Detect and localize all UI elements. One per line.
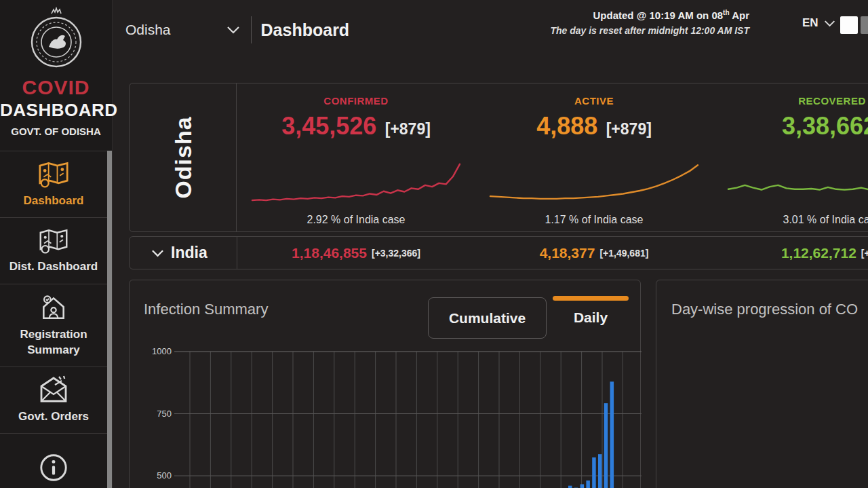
topbar: Odisha Dashboard <box>125 16 349 43</box>
registration-icon <box>38 293 69 323</box>
daywise-panel-title: Day-wise progression of CO <box>671 301 858 318</box>
sidebar-item-registration-summary[interactable]: Registration Summary <box>0 284 107 367</box>
region-cell: Odisha <box>130 83 237 231</box>
chevron-down-icon <box>226 26 240 34</box>
brand-block: COVID DASHBOARD GOVT. OF ODISHA <box>0 0 112 151</box>
sidebar-item-label: Dist. Dashboard <box>5 259 102 275</box>
india-value: 4,18,377 <box>540 245 595 261</box>
sidebar-item-label: Govt. Orders <box>14 409 93 425</box>
india-delta: [+3,32,366] <box>372 248 420 259</box>
chevron-down-icon <box>151 249 164 257</box>
india-active-cell: 4,18,377 [+1,49,681] <box>475 237 713 269</box>
sidebar-item-label: Registration Summary <box>0 327 107 358</box>
reset-note: The day is reset after midnight 12:00 AM… <box>370 25 749 36</box>
stat-label: RECOVERED <box>713 95 868 107</box>
brand-subtitle: GOVT. OF ODISHA <box>0 126 112 137</box>
chevron-down-icon <box>824 20 835 27</box>
svg-text:500: 500 <box>157 470 172 481</box>
stat-share-of-india: 2.92 % of India case <box>237 214 475 226</box>
sidebar-item-dashboard[interactable]: Dashboard <box>0 151 107 218</box>
stat-share-of-india: 3.01 % of India case <box>713 214 868 226</box>
india-delta: [+1,49,681] <box>599 248 648 259</box>
stat-number-row: 3,38,662 <box>713 112 868 140</box>
stat-value: 3,45,526 <box>281 112 376 140</box>
state-stats-panel: Odisha CONFIRMED 3,45,526 [+879] 2.92 % … <box>129 83 868 232</box>
infection-summary-title: Infection Summary <box>144 301 268 318</box>
theme-toggle-dark[interactable] <box>861 16 868 34</box>
stat-column-active: ACTIVE 4,888 [+879] 1.17 % of India case <box>475 83 713 231</box>
topbar-divider <box>251 16 252 43</box>
india-value: 1,18,46,855 <box>292 245 367 261</box>
region-selector-value: Odisha <box>125 22 171 38</box>
india-stats-row: India 1,18,46,855 [+3,32,366] 4,18,377 [… <box>129 236 868 269</box>
brand-covid-text: COVID <box>0 76 112 99</box>
dashboard-icon <box>37 159 70 189</box>
region-selector-dropdown[interactable]: Odisha <box>125 22 240 38</box>
stat-column-confirmed: CONFIRMED 3,45,526 [+879] 2.92 % of Indi… <box>237 83 475 231</box>
stat-number-row: 3,45,526 [+879] <box>237 112 475 140</box>
district-dashboard-icon <box>38 227 69 255</box>
sidebar-item-important[interactable]: Important <box>0 434 107 488</box>
tab-label: Cumulative <box>449 310 526 326</box>
india-confirmed-cell: 1,18,46,855 [+3,32,366] <box>237 237 475 269</box>
language-selector[interactable]: EN <box>802 16 835 30</box>
daily-infections-bar-chart: 5007501000 <box>143 341 642 488</box>
sidebar-scrollbar[interactable] <box>107 151 112 488</box>
stat-value: 4,888 <box>536 112 597 140</box>
updated-timestamp: Updated @ 10:19 AM on 08th Apr <box>370 9 749 21</box>
tab-daily[interactable]: Daily <box>553 296 629 339</box>
tab-cumulative[interactable]: Cumulative <box>428 297 547 339</box>
tab-label: Daily <box>574 309 608 326</box>
odisha-state-emblem-logo <box>29 7 83 72</box>
sidebar-item-label: Dashboard <box>20 193 88 209</box>
sidebar: COVID DASHBOARD GOVT. OF ODISHA Dashboar… <box>0 0 113 488</box>
recovered-sparkline-chart <box>727 149 868 208</box>
india-expand-toggle[interactable]: India <box>151 237 208 269</box>
language-value: EN <box>802 16 818 30</box>
info-icon <box>38 452 69 483</box>
region-vertical-label: Odisha <box>170 116 196 198</box>
svg-text:1000: 1000 <box>152 346 172 356</box>
theme-toggle-light[interactable] <box>840 16 858 34</box>
india-recovered-cell: 1,12,62,712 [+1,8 <box>713 237 868 269</box>
india-value: 1,12,62,712 <box>781 245 856 261</box>
govt-orders-icon <box>37 375 70 405</box>
sidebar-item-dist-dashboard[interactable]: Dist. Dashboard <box>0 218 107 284</box>
active-tab-accent-bar <box>553 296 629 301</box>
svg-text:750: 750 <box>157 409 172 419</box>
active-sparkline-chart <box>489 149 699 208</box>
confirmed-sparkline-chart <box>251 149 461 208</box>
india-label: India <box>171 244 208 262</box>
daywise-progression-panel: Day-wise progression of CO <box>656 280 868 488</box>
sidebar-item-govt-orders[interactable]: Govt. Orders <box>0 367 107 434</box>
stat-label: CONFIRMED <box>237 95 475 107</box>
stat-delta: [+879] <box>606 120 652 138</box>
stat-label: ACTIVE <box>475 95 713 107</box>
sidebar-nav: Dashboard Dist. Dashboard <box>0 151 107 488</box>
covid-dashboard-screen: COVID DASHBOARD GOVT. OF ODISHA Dashboar… <box>0 0 868 488</box>
page-title: Dashboard <box>261 20 350 40</box>
updated-info: Updated @ 10:19 AM on 08th Apr The day i… <box>370 9 749 36</box>
india-delta: [+1,8 <box>861 248 868 259</box>
stat-share-of-india: 1.17 % of India case <box>475 214 713 226</box>
stat-value: 3,38,662 <box>782 112 868 140</box>
infection-summary-panel: Infection Summary Cumulative Daily 50075… <box>129 280 641 488</box>
brand-dashboard-text: DASHBOARD <box>0 100 112 121</box>
stat-delta: [+879] <box>385 120 431 138</box>
stat-column-recovered: RECOVERED 3,38,662 3.01 % of India case <box>713 83 868 231</box>
stat-number-row: 4,888 [+879] <box>475 112 713 140</box>
